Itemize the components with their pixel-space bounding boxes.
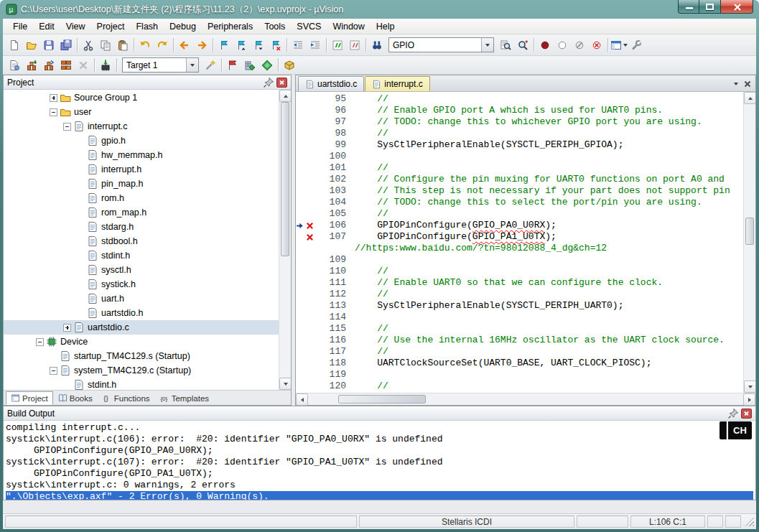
code-line[interactable]: 97 // TODO: change this to whichever GPI… [296, 116, 743, 128]
navigate-forward-button[interactable] [193, 37, 210, 53]
code-line[interactable]: 113 SysCtlPeripheralEnable(SYSCTL_PERIPH… [296, 300, 743, 312]
code-line[interactable]: 110 // [296, 266, 743, 277]
tree-item-device[interactable]: Device [4, 335, 279, 349]
tree-item-uart-h[interactable]: uart.h [4, 291, 279, 306]
tree-item-hw-memmap-h[interactable]: hw_memmap.h [4, 148, 279, 162]
close-document-button[interactable] [742, 78, 753, 90]
tree-item-interrupt-h[interactable]: interrupt.h [4, 162, 279, 177]
stop-build-button[interactable] [75, 57, 92, 73]
code-line[interactable]: 98 // [296, 128, 743, 139]
build-output-line[interactable]: systick\interrupt.c: 0 warnings, 2 error… [6, 480, 753, 491]
pack-installer-button[interactable] [281, 57, 298, 73]
menu-view[interactable]: View [60, 20, 91, 33]
build-output-line[interactable]: compiling interrupt.c... [6, 422, 753, 434]
breakpoint-enable-disable-button[interactable] [554, 37, 571, 53]
bookmark-next-button[interactable] [250, 37, 267, 53]
uncomment-selection-button[interactable] [346, 37, 363, 53]
copy-button[interactable] [97, 37, 114, 53]
minimize-button[interactable] [678, 0, 699, 14]
build-output-line[interactable]: GPIOPinConfigure(GPIO_PA0_U0RX); [6, 445, 753, 457]
batch-build-button[interactable] [57, 57, 75, 73]
code-line[interactable]: 99 SysCtlPeripheralEnable(SYSCTL_PERIPH_… [296, 139, 743, 151]
menu-edit[interactable]: Edit [33, 20, 60, 33]
expander-minus-icon[interactable] [50, 108, 57, 116]
menu-peripherals[interactable]: Peripherals [202, 20, 259, 33]
configure-button[interactable] [628, 37, 645, 53]
code-line[interactable]: //https:www.baidu.com/?tn=98012088_4_dg&… [296, 243, 743, 254]
menu-svcs[interactable]: SVCS [291, 20, 327, 33]
project-tree-scrollbar[interactable] [279, 90, 291, 390]
expander-plus-icon[interactable] [50, 94, 57, 102]
scroll-left-button[interactable] [296, 393, 308, 406]
tab-books[interactable]: Books [53, 391, 98, 405]
code-line[interactable]: 105 // [296, 208, 743, 220]
translate-button[interactable] [6, 57, 23, 73]
scroll-up-button[interactable] [744, 92, 755, 104]
rebuild-button[interactable] [40, 57, 57, 73]
title-bar[interactable]: µ C:\Users\user\Desktop\新建文件夹 (2)\程序练习\1… [3, 0, 756, 19]
build-output-line[interactable]: systick\interrupt.c(106): error: #20: id… [6, 434, 753, 445]
bookmark-toggle-button[interactable] [215, 37, 233, 53]
scrollbar-thumb[interactable] [338, 395, 425, 403]
menu-debug[interactable]: Debug [164, 20, 202, 33]
tree-item-stdarg-h[interactable]: stdarg.h [4, 220, 279, 234]
expander-minus-icon[interactable] [50, 367, 57, 375]
scrollbar-thumb[interactable] [281, 102, 289, 256]
manage-rte-button[interactable] [259, 57, 276, 73]
code-line[interactable]: 109 [296, 254, 743, 266]
code-line[interactable]: 120 // [296, 381, 743, 392]
breakpoint-toggle-button[interactable] [536, 37, 554, 53]
tree-item-stdint-h[interactable]: stdint.h [4, 248, 279, 263]
code-line[interactable]: 111 // Enable UART0 so that we can confi… [296, 277, 743, 289]
tree-item-pin-map-h[interactable]: pin_map.h [4, 177, 279, 191]
expander-minus-icon[interactable] [36, 338, 44, 346]
find-button[interactable] [497, 37, 514, 53]
search-combobox[interactable]: GPIO [388, 37, 494, 52]
file-extensions-button[interactable] [224, 57, 241, 73]
pin-icon[interactable] [263, 77, 274, 88]
tree-item-user[interactable]: user [4, 105, 279, 119]
code-line[interactable]: 102 // Configure the pin muxing for UART… [296, 174, 743, 185]
scrollbar-track[interactable] [744, 104, 755, 381]
build-button[interactable] [23, 57, 40, 73]
navigate-back-button[interactable] [176, 37, 193, 53]
code-line[interactable]: 103 // This step is not necessary if you… [296, 185, 743, 197]
tab-list-dropdown-button[interactable] [730, 78, 742, 90]
tab-uartstdio-c[interactable]: uartstdio.c [298, 76, 364, 91]
search-dropdown-button[interactable] [481, 38, 493, 52]
build-output-line[interactable]: GPIOPinConfigure(GPIO_PA1_U0TX); [6, 468, 753, 480]
breakpoint-kill-all-button[interactable] [588, 37, 605, 53]
tree-item-source-group-1[interactable]: Source Group 1 [4, 90, 279, 105]
menu-help[interactable]: Help [371, 20, 401, 33]
tree-item-startup-tm4c129-s-startup[interactable]: startup_TM4C129.s (Startup) [4, 349, 279, 363]
breakpoint-disable-all-button[interactable] [571, 37, 588, 53]
tab-interrupt-c[interactable]: interrupt.c [365, 76, 429, 91]
resize-grip[interactable] [745, 517, 754, 526]
code-line[interactable]: 100 [296, 151, 743, 162]
scrollbar-thumb[interactable] [745, 218, 754, 246]
build-output-line[interactable]: systick\interrupt.c(107): error: #20: id… [6, 457, 753, 468]
download-button[interactable] [97, 57, 114, 73]
maximize-button[interactable] [699, 0, 720, 14]
ime-handle[interactable] [720, 421, 727, 439]
code-line[interactable]: 112 // [296, 289, 743, 300]
incremental-find-button[interactable] [514, 37, 531, 53]
tree-item-rom-h[interactable]: rom.h [4, 191, 279, 205]
code-line[interactable]: 104 // TODO: change this to select the p… [296, 197, 743, 208]
window-layout-button[interactable] [610, 37, 628, 53]
tree-item-gpio-h[interactable]: gpio.h [4, 134, 279, 148]
ime-language-label[interactable]: CH [728, 421, 752, 439]
code-line[interactable]: 116 // Use the internal 16MHz oscillator… [296, 335, 743, 346]
code-line[interactable]: 115 // [296, 323, 743, 335]
menu-project[interactable]: Project [91, 20, 131, 33]
tree-item-systick-h[interactable]: systick.h [4, 277, 279, 291]
manage-project-items-button[interactable] [241, 57, 259, 73]
find-in-files-button[interactable] [368, 37, 386, 53]
tree-item-stdbool-h[interactable]: stdbool.h [4, 234, 279, 248]
target-options-button[interactable] [202, 57, 219, 73]
scroll-up-button[interactable] [279, 90, 291, 102]
save-button[interactable] [40, 37, 57, 53]
code-line[interactable]: 107 GPIOPinConfigure(GPIO_PA1_U0TX); [296, 231, 743, 243]
code-line[interactable]: 118 UARTClockSourceSet(UART0_BASE, UART_… [296, 358, 743, 369]
tree-item-uartstdio-h[interactable]: uartstdio.h [4, 306, 279, 320]
